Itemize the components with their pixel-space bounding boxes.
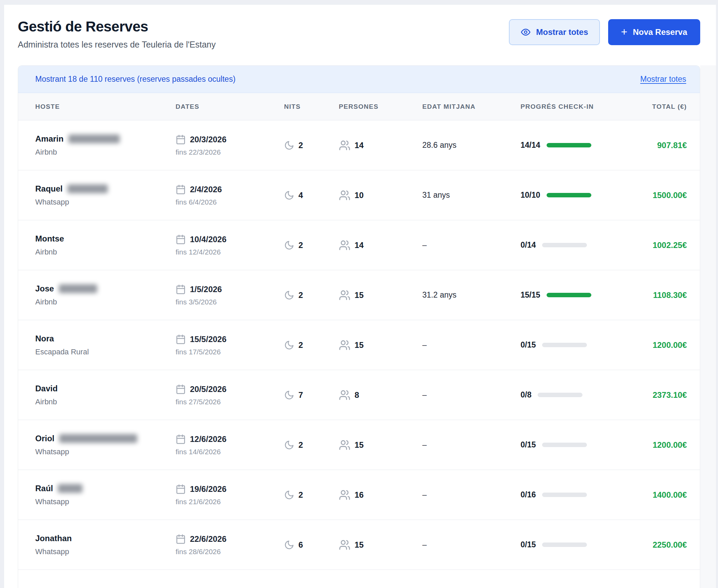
page-header-titles: Gestió de Reserves Administra totes les …	[18, 18, 216, 50]
checkin-date: 2/4/2026	[190, 185, 222, 194]
avg-age-cell: 28.6 anys	[422, 141, 521, 150]
avg-age-cell: –	[422, 440, 521, 449]
new-reservation-label: Nova Reserva	[633, 27, 687, 37]
table-row[interactable]: David Airbnb 20/5/2026 fins 27/5/2026 7 …	[18, 370, 700, 420]
total-cell: 907.81€	[628, 141, 700, 150]
header-actions: Mostrar totes + Nova Reserva	[509, 19, 700, 45]
guest-surname-redacted	[58, 484, 82, 493]
guest-name: Nora	[35, 334, 54, 343]
guest-cell: Raúl Whatsapp	[18, 484, 176, 506]
guest-surname-redacted	[67, 184, 108, 193]
table-row[interactable]: Montse Airbnb 10/4/2026 fins 12/4/2026 2…	[18, 220, 700, 270]
eye-icon	[521, 27, 531, 37]
column-header-hoste: Hoste	[18, 103, 176, 110]
checkin-progress-bar	[542, 343, 587, 347]
table-row[interactable]: Amarin Airbnb 20/3/2026 fins 22/3/2026 2…	[18, 120, 700, 170]
users-icon	[339, 389, 350, 401]
avg-age-value: –	[422, 440, 427, 449]
total-value: 2250.00€	[653, 540, 687, 549]
progress-label: 15/15	[521, 290, 540, 300]
checkin-progress-bar	[547, 293, 591, 297]
checkin-progress-bar	[542, 443, 587, 447]
avg-age-value: –	[422, 490, 427, 499]
checkout-date: fins 3/5/2026	[176, 298, 276, 306]
progress-label: 0/15	[521, 440, 536, 449]
new-reservation-button[interactable]: + Nova Reserva	[608, 19, 700, 45]
show-all-button[interactable]: Mostrar totes	[509, 19, 600, 45]
progress-label: 0/16	[521, 490, 536, 499]
table-row[interactable]: Raquel Whatsapp 2/4/2026 fins 6/4/2026 4…	[18, 170, 700, 220]
progress-label: 14/14	[521, 141, 540, 150]
checkin-progress-cell: 0/8	[521, 390, 628, 400]
avg-age-cell: –	[422, 340, 521, 350]
banner-show-all-link[interactable]: Mostrar totes	[640, 75, 686, 84]
avg-age-cell: –	[422, 490, 521, 499]
progress-fill	[547, 193, 591, 197]
calendar-icon	[176, 334, 186, 344]
table-row[interactable]: Oriol Whatsapp 12/6/2026 fins 14/6/2026 …	[18, 420, 700, 470]
guest-surname-redacted	[59, 434, 137, 443]
booking-source: Airbnb	[35, 248, 176, 257]
dates-cell: 19/6/2026 fins 21/6/2026	[176, 484, 276, 506]
guest-cell: Nora Escapada Rural	[18, 334, 176, 356]
people-cell: 15	[337, 339, 422, 351]
table-row[interactable]: Nora Escapada Rural 15/5/2026 fins 17/5/…	[18, 320, 700, 370]
guest-name: Oriol	[35, 434, 54, 443]
total-cell: 1108.30€	[628, 290, 700, 300]
page-subtitle: Administra totes les reserves de Teuleri…	[18, 40, 216, 50]
avg-age-value: 31.2 anys	[422, 290, 457, 299]
checkin-date: 20/3/2026	[190, 135, 227, 144]
guest-cell: David Airbnb	[18, 384, 176, 406]
calendar-icon	[176, 284, 186, 295]
guest-name: Raúl	[35, 484, 53, 493]
guest-cell: Amarin Airbnb	[18, 134, 176, 157]
calendar-icon	[176, 184, 186, 195]
calendar-icon	[176, 434, 186, 444]
total-value: 1500.00€	[653, 191, 687, 200]
table-row[interactable]: Jonathan Whatsapp 22/6/2026 fins 28/6/20…	[18, 520, 700, 570]
booking-source: Escapada Rural	[35, 348, 176, 356]
checkin-progress-cell: 0/15	[521, 440, 628, 449]
guest-cell: Raquel Whatsapp	[18, 184, 176, 207]
checkout-date: fins 22/3/2026	[176, 148, 276, 156]
checkin-progress-bar	[547, 143, 591, 147]
users-icon	[339, 439, 350, 451]
dates-cell: 2/4/2026 fins 6/4/2026	[176, 184, 276, 206]
progress-label: 0/15	[521, 340, 536, 350]
checkin-date: 10/4/2026	[190, 235, 227, 244]
nights-cell: 2	[276, 290, 337, 300]
guest-cell: Jose Airbnb	[18, 284, 176, 306]
total-value: 1200.00€	[653, 440, 687, 449]
banner-message: Mostrant 18 de 110 reserves (reserves pa…	[35, 75, 235, 84]
dates-cell: 22/6/2026 fins 28/6/2026	[176, 534, 276, 556]
users-icon	[339, 190, 350, 201]
column-header-edat-mitjana: Edat mitjana	[422, 103, 521, 110]
total-cell: 2250.00€	[628, 540, 700, 550]
calendar-icon	[176, 484, 186, 494]
calendar-icon	[176, 384, 186, 394]
nights-value: 4	[298, 191, 303, 200]
moon-icon	[284, 290, 294, 300]
guest-name: David	[35, 384, 57, 393]
checkout-date: fins 28/6/2026	[176, 548, 276, 556]
column-header-progres-checkin: Progrés check-in	[521, 103, 628, 110]
progress-label: 0/14	[521, 240, 536, 250]
users-icon	[339, 239, 350, 251]
avg-age-value: –	[422, 540, 427, 549]
users-icon	[339, 140, 350, 151]
checkout-date: fins 17/5/2026	[176, 348, 276, 356]
people-cell: 14	[337, 140, 422, 151]
avg-age-cell: –	[422, 240, 521, 250]
total-cell: 1002.25€	[628, 240, 700, 250]
booking-source: Airbnb	[35, 397, 176, 406]
nights-value: 6	[298, 540, 303, 550]
avg-age-value: 28.6 anys	[422, 141, 457, 149]
table-row[interactable]: Raúl Whatsapp 19/6/2026 fins 21/6/2026 2…	[18, 470, 700, 520]
nights-value: 2	[298, 240, 303, 250]
table-row[interactable]: Jose Airbnb 1/5/2026 fins 3/5/2026 2 15 …	[18, 270, 700, 320]
moon-icon	[284, 240, 294, 250]
checkin-progress-bar	[542, 243, 587, 247]
people-cell: 15	[337, 539, 422, 551]
checkin-date: 1/5/2026	[190, 285, 222, 294]
progress-label: 0/8	[521, 390, 531, 400]
